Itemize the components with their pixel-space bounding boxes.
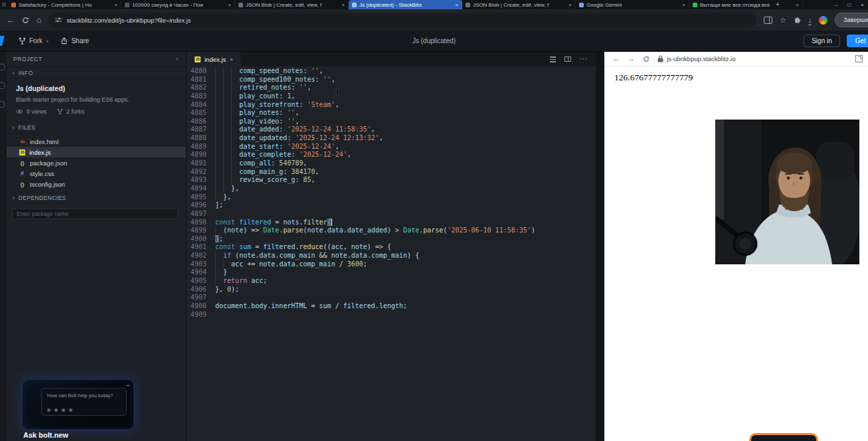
code-area[interactable]: 4880 comp_speed_notes: '',4881 comp_spee… bbox=[187, 66, 596, 319]
close-button[interactable]: × bbox=[861, 2, 864, 8]
file-item-package.json[interactable]: {}package.json bbox=[7, 157, 186, 168]
download-button[interactable]: ↓ bbox=[808, 17, 812, 24]
file-item-index.html[interactable]: <>index.html bbox=[7, 136, 186, 147]
browser-tab[interactable]: JSON Blob | Create, edit, view, f× bbox=[462, 0, 576, 9]
code-line[interactable]: 4885 play_notes: '', bbox=[187, 109, 596, 118]
code-line[interactable]: 4904 } bbox=[187, 268, 596, 277]
bolt-minimize-button[interactable]: − bbox=[126, 382, 130, 389]
browser-tab[interactable]: 102000 секунд в Часах - Пои× bbox=[122, 0, 235, 9]
open-in-new-window-button[interactable] bbox=[855, 55, 863, 62]
activity-icon[interactable] bbox=[0, 64, 5, 70]
share-button[interactable]: Share bbox=[60, 37, 89, 44]
minimize-button[interactable]: – bbox=[835, 2, 837, 8]
tab-close-icon[interactable]: × bbox=[568, 2, 572, 8]
home-button[interactable]: ⌂ bbox=[37, 16, 41, 24]
code-text: date_start: '2025-12-24', bbox=[215, 143, 339, 151]
code-line[interactable]: 4888 date_updated: '2025-12-24 12:13:32'… bbox=[187, 134, 596, 143]
code-line[interactable]: 4900); bbox=[187, 235, 596, 244]
code-line[interactable]: 4892 comp_main_g: 384170, bbox=[187, 168, 596, 177]
code-line[interactable]: 4881 comp_speed100_notes: '', bbox=[187, 76, 596, 84]
code-line[interactable]: 4894 }, bbox=[187, 185, 596, 193]
tab-close-icon[interactable]: × bbox=[796, 2, 799, 8]
get-started-button[interactable]: Get sta bbox=[847, 35, 868, 47]
file-item-tsconfig.json[interactable]: {}tsconfig.json bbox=[7, 179, 186, 189]
preview-url[interactable]: js-ubnkbpup.stackblitz.io bbox=[667, 55, 736, 62]
code-line[interactable]: 4886 play_video: '', bbox=[187, 118, 596, 126]
code-line[interactable]: 4884 play_storefront: 'Steam', bbox=[187, 101, 596, 110]
code-line[interactable]: 4899 (note) => Date.parse(note.data.date… bbox=[187, 226, 596, 235]
line-number: 4900 bbox=[187, 235, 207, 244]
side-panel-button[interactable] bbox=[764, 17, 772, 24]
split-editor-icon[interactable] bbox=[564, 56, 571, 62]
code-line[interactable]: 4895 }, bbox=[187, 193, 596, 202]
code-line[interactable]: 4908document.body.innerHTML = sum / filt… bbox=[187, 302, 596, 311]
code-line[interactable]: 4909 bbox=[187, 311, 596, 319]
sign-in-button[interactable]: Sign in bbox=[804, 35, 840, 47]
sidebar-collapse-icon[interactable]: « bbox=[175, 56, 179, 62]
preview-url-group[interactable]: js-ubnkbpup.stackblitz.io bbox=[657, 55, 736, 62]
code-line[interactable]: 4901const sum = filtered.reduce((acc, no… bbox=[187, 243, 596, 252]
code-line[interactable]: 4902 if (note.data.comp_main && note.dat… bbox=[187, 252, 596, 260]
browser-tab[interactable]: Satisfactory - Completions | Ho× bbox=[8, 0, 122, 9]
code-line[interactable]: 4889 date_start: '2025-12-24', bbox=[187, 143, 596, 151]
code-line[interactable]: 4880 comp_speed_notes: '', bbox=[187, 67, 596, 76]
subscribe-overlay[interactable] bbox=[749, 433, 818, 441]
code-line[interactable]: 4898const filtered = nots.filter( bbox=[187, 219, 596, 227]
browser-tab[interactable]: JSON Blob | Create, edit, view, f× bbox=[235, 0, 349, 9]
preview-back-button[interactable]: ← bbox=[612, 55, 620, 62]
header-actions: Sign in Get sta bbox=[804, 35, 868, 47]
bolt-input-box: How can Bolt help you today? bbox=[41, 388, 127, 416]
preview-forward-button[interactable]: → bbox=[628, 55, 635, 62]
format-code-icon[interactable] bbox=[550, 56, 556, 62]
activity-icon[interactable] bbox=[0, 82, 5, 89]
tab-close-icon[interactable]: × bbox=[228, 2, 231, 8]
site-settings-icon[interactable] bbox=[55, 17, 62, 23]
code-line[interactable]: 4897 bbox=[187, 210, 596, 219]
browser-tab[interactable]: Google Gemini× bbox=[576, 0, 689, 9]
code-line[interactable]: 4896]; bbox=[187, 201, 596, 210]
back-button[interactable]: ← bbox=[7, 16, 15, 24]
tab-close-icon[interactable]: × bbox=[341, 2, 345, 8]
code-line[interactable]: 4887 date_added: '2025-12-24 11:58:35', bbox=[187, 126, 596, 134]
url-bar[interactable]: stackblitz.com/edit/js-ubnkbpup?file=ind… bbox=[48, 13, 756, 27]
maximize-button[interactable]: □ bbox=[847, 2, 851, 8]
url-text[interactable]: stackblitz.com/edit/js-ubnkbpup?file=ind… bbox=[66, 17, 191, 24]
code-line[interactable]: 4890 date_complete: '2025-12-24', bbox=[187, 151, 596, 159]
new-tab-button[interactable]: + bbox=[772, 0, 784, 9]
tab-close-icon[interactable]: × bbox=[455, 2, 458, 8]
tab-favicon-icon bbox=[11, 3, 16, 7]
editor-tab-indexjs[interactable]: JS index.js × bbox=[187, 52, 240, 66]
code-line[interactable]: 4906}, 0); bbox=[187, 286, 596, 294]
tab-close-icon[interactable]: × bbox=[114, 2, 118, 8]
browser-tab[interactable]: Вытащи мне все отсюда все× bbox=[689, 0, 803, 9]
code-line[interactable]: 4891 comp_all: 540789, bbox=[187, 159, 596, 168]
tab-close-icon[interactable]: × bbox=[682, 2, 685, 8]
more-actions-icon[interactable]: ··· bbox=[580, 56, 588, 62]
bolt-widget-card[interactable]: − How can Bolt help you today? bbox=[22, 379, 134, 430]
code-line[interactable]: 4882 retired_notes: '', bbox=[187, 84, 596, 92]
section-dependencies[interactable]: ∨ DEPENDENCIES bbox=[7, 192, 186, 204]
profile-avatar[interactable] bbox=[819, 16, 827, 25]
browser-tab[interactable]: Js (duplicated) - StackBlitz× bbox=[349, 0, 462, 9]
section-info[interactable]: ∨ INFO bbox=[7, 67, 186, 79]
code-line[interactable]: 4907 bbox=[187, 294, 596, 302]
tab-close-icon[interactable]: × bbox=[230, 56, 233, 62]
update-button[interactable]: Завершить обновле bbox=[835, 13, 868, 27]
code-line[interactable]: 4905 return acc; bbox=[187, 277, 596, 286]
file-item-style.css[interactable]: #style.css bbox=[7, 168, 186, 179]
dependency-input[interactable] bbox=[12, 209, 178, 219]
fork-button[interactable]: Fork ∨ bbox=[19, 37, 48, 45]
pane-divider[interactable] bbox=[596, 52, 604, 441]
preview-refresh-button[interactable] bbox=[643, 56, 650, 62]
file-item-index.js[interactable]: JSindex.js bbox=[7, 147, 186, 157]
activity-icon[interactable] bbox=[0, 101, 5, 108]
section-files[interactable]: ∨ FILES bbox=[7, 122, 186, 133]
tab-search-icon[interactable] bbox=[2, 3, 6, 7]
code-line[interactable]: 4883 play_count: 1, bbox=[187, 92, 596, 101]
extensions-button[interactable] bbox=[794, 17, 801, 24]
reload-button[interactable] bbox=[22, 17, 29, 24]
code-line[interactable]: 4903 acc += note.data.comp_main / 3600; bbox=[187, 260, 596, 269]
bookmark-star-button[interactable]: ☆ bbox=[780, 16, 786, 25]
code-line[interactable]: 4893 review_score_g: 85, bbox=[187, 176, 596, 185]
ask-bolt-link[interactable]: Ask bolt.new bbox=[23, 431, 68, 439]
